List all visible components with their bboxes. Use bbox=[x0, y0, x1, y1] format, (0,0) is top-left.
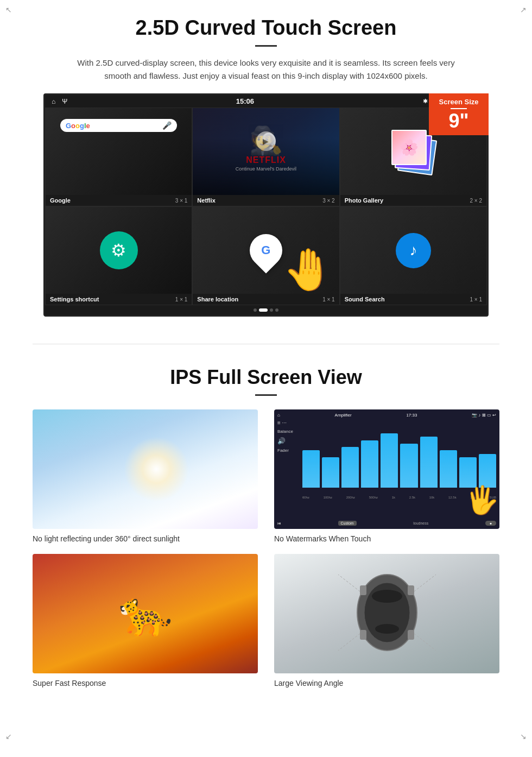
device-screen: ⌂ Ψ 15:06 ✱ ◉ ▾ ⊡ ♪ ⊠ ▭ bbox=[43, 93, 489, 317]
feature-viewing-angle: ↖ ↗ ↙ ↘ Large Viewing Angle bbox=[274, 554, 499, 687]
netflix-cell-bg: 🕵️ ▶ NETFLIX Continue Marvel's Daredevil bbox=[193, 108, 339, 195]
badge-size: 9" bbox=[435, 111, 482, 131]
svg-rect-11 bbox=[408, 630, 414, 640]
sky-sun-glow bbox=[124, 437, 189, 502]
feature-watermarks: ⌂ Amplifier 17:33 📷 ♪ ⊠ ▭ ↩ ≡ ··· Balanc… bbox=[274, 409, 499, 543]
share-app-name: Share location bbox=[197, 296, 238, 302]
eq-bar-2 bbox=[322, 457, 339, 488]
photo-grid-size: 2 × 2 bbox=[470, 198, 482, 204]
amp-home-icon: ⌂ bbox=[277, 413, 280, 418]
app-cell-netflix[interactable]: 🕵️ ▶ NETFLIX Continue Marvel's Daredevil… bbox=[192, 108, 339, 206]
settings-app-name: Settings shortcut bbox=[50, 296, 99, 302]
section-divider bbox=[33, 344, 499, 344]
svg-point-6 bbox=[372, 590, 402, 603]
page-dot-2 bbox=[259, 308, 268, 312]
section1-description: With 2.5D curved-display screen, this de… bbox=[76, 56, 456, 83]
amp-icons: 📷 ♪ ⊠ ▭ ↩ bbox=[472, 413, 496, 418]
google-app-name: Google bbox=[50, 197, 71, 204]
amp-screen: ⌂ Amplifier 17:33 📷 ♪ ⊠ ▭ ↩ ≡ ··· Balanc… bbox=[274, 409, 499, 529]
eq-bar-7 bbox=[420, 437, 438, 488]
flower-container: 🌸 bbox=[392, 131, 426, 164]
cheetah-icon: 🐆 bbox=[33, 554, 258, 673]
amp-nav-prev: ⏮ bbox=[277, 521, 281, 525]
amp-eq-area: 🖐 60hz100hz200hz500hz1k2.5k10k12.5k15kSU… bbox=[302, 420, 496, 519]
app-cell-share-location[interactable]: G 🤚 Share location 1 × 1 bbox=[192, 206, 339, 305]
sound-app-name: Sound Search bbox=[345, 296, 385, 302]
screen-size-badge: Screen Size 9" bbox=[429, 93, 489, 135]
usb-icon: Ψ bbox=[62, 98, 67, 105]
title-divider bbox=[255, 45, 277, 47]
amp-status-bar: ⌂ Amplifier 17:33 📷 ♪ ⊠ ▭ ↩ bbox=[277, 413, 496, 418]
feature-caption-watermarks: No Watermarks When Touch bbox=[274, 534, 499, 543]
google-search-bar[interactable]: Google 🎤 bbox=[60, 119, 177, 132]
photo-card-3: 🌸 bbox=[391, 130, 427, 165]
eq-bar-3 bbox=[341, 447, 359, 488]
amp-toggle[interactable]: ● bbox=[485, 521, 496, 526]
settings-icon: ⚙ bbox=[100, 231, 138, 269]
eq-bar-1 bbox=[302, 450, 320, 488]
app-grid-row2: ⚙ Settings shortcut 1 × 1 G bbox=[45, 206, 487, 305]
netflix-label-row: Netflix 3 × 2 bbox=[193, 195, 339, 206]
amp-time: 17:33 bbox=[406, 413, 417, 418]
amp-loudness-label: loudness bbox=[413, 521, 428, 525]
eq-bar-4 bbox=[361, 440, 378, 488]
feature-image-sky bbox=[33, 409, 258, 529]
feature-response: 🐆 Super Fast Response bbox=[33, 554, 258, 687]
settings-cell-bg: ⚙ bbox=[46, 207, 192, 294]
flower-icon: 🌸 bbox=[400, 138, 419, 156]
status-left: ⌂ Ψ bbox=[52, 98, 67, 105]
status-time: 15:06 bbox=[236, 97, 254, 105]
netflix-grid-size: 3 × 2 bbox=[322, 198, 335, 204]
page-dot-1 bbox=[254, 308, 257, 312]
app-cell-google[interactable]: Google 🎤 Google 3 × 1 bbox=[45, 108, 192, 206]
app-cell-settings[interactable]: ⚙ Settings shortcut 1 × 1 bbox=[45, 206, 192, 305]
feature-caption-response: Super Fast Response bbox=[33, 679, 258, 687]
feature-grid: No light reflecting under 360° direct su… bbox=[33, 409, 499, 687]
page-dot-3 bbox=[270, 308, 273, 312]
eq-bar-9 bbox=[459, 457, 477, 488]
netflix-app-name: Netflix bbox=[197, 197, 216, 204]
netflix-gradient bbox=[193, 113, 339, 195]
app-cell-sound-search[interactable]: ♪ Sound Search 1 × 1 bbox=[340, 206, 487, 305]
google-grid-size: 3 × 1 bbox=[175, 198, 188, 204]
car-illustration: ↖ ↗ ↙ ↘ bbox=[333, 569, 441, 658]
maps-g-letter: G bbox=[261, 243, 270, 257]
amp-main: ≡ ··· Balance 🔊 Fader bbox=[277, 420, 496, 519]
amp-footer: ⏮ Custom loudness ● bbox=[277, 521, 496, 526]
amp-eq-icon: ≡ ··· bbox=[277, 420, 299, 426]
photo-stack: 🌸 bbox=[391, 130, 435, 173]
amp-fader-label: Fader bbox=[277, 448, 299, 453]
app-grid-row1: Google 🎤 Google 3 × 1 🕵️ bbox=[45, 108, 487, 206]
svg-point-7 bbox=[375, 624, 399, 634]
sound-search-icon: ♪ bbox=[396, 233, 431, 268]
maps-icon-wrapper: G bbox=[250, 234, 282, 267]
photo-label-row: Photo Gallery 2 × 2 bbox=[340, 195, 486, 206]
google-cell-bg: Google 🎤 bbox=[46, 108, 192, 195]
amp-balance-label: Balance bbox=[277, 429, 299, 434]
amp-custom-btn[interactable]: Custom bbox=[338, 521, 357, 526]
share-grid-size: 1 × 1 bbox=[322, 297, 335, 302]
feature-image-cheetah: 🐆 bbox=[33, 554, 258, 673]
page-indicator bbox=[45, 305, 487, 315]
sound-label-row: Sound Search 1 × 1 bbox=[340, 294, 486, 305]
car-svg bbox=[333, 569, 441, 656]
feature-image-amplifier: ⌂ Amplifier 17:33 📷 ♪ ⊠ ▭ ↩ ≡ ··· Balanc… bbox=[274, 409, 499, 529]
settings-grid-size: 1 × 1 bbox=[175, 297, 188, 302]
section2-title: IPS Full Screen View bbox=[33, 366, 499, 389]
svg-rect-9 bbox=[408, 585, 414, 595]
sound-cell-bg: ♪ bbox=[340, 207, 486, 294]
feature-caption-sunlight: No light reflecting under 360° direct su… bbox=[33, 534, 258, 543]
bluetooth-icon: ✱ bbox=[423, 98, 428, 105]
eq-bar-5 bbox=[381, 433, 398, 488]
eq-bar-10 bbox=[479, 454, 496, 488]
amp-sidebar: ≡ ··· Balance 🔊 Fader bbox=[277, 420, 299, 519]
section2-divider bbox=[255, 394, 277, 396]
feature-sunlight: No light reflecting under 360° direct su… bbox=[33, 409, 258, 543]
feature-image-car: ↖ ↗ ↙ ↘ bbox=[274, 554, 499, 673]
badge-divider bbox=[451, 108, 467, 109]
feature-caption-viewing-angle: Large Viewing Angle bbox=[274, 679, 499, 687]
sound-grid-size: 1 × 1 bbox=[470, 297, 482, 302]
amp-hand-icon: 🖐 bbox=[465, 484, 499, 516]
mic-icon[interactable]: 🎤 bbox=[162, 121, 172, 130]
home-icon[interactable]: ⌂ bbox=[52, 98, 55, 105]
